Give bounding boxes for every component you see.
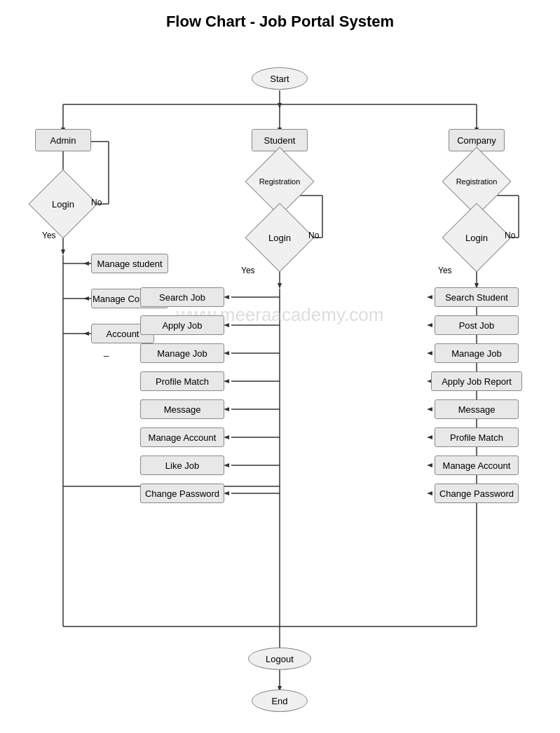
company-item-0: Search Student — [435, 287, 519, 307]
end-node: End — [252, 690, 308, 712]
company-item-2: Manage Job — [435, 343, 519, 363]
company-login-diamond: Login — [449, 210, 505, 266]
logout-node: Logout — [248, 648, 311, 670]
student-item-2: Manage Job — [140, 343, 224, 363]
company-item-0-label: Search Student — [445, 292, 508, 303]
student-item-3: Profile Match — [140, 371, 224, 391]
start-label: Start — [270, 74, 289, 84]
start-node: Start — [252, 67, 308, 90]
admin-login-label: Login — [52, 199, 74, 210]
company-item-6-label: Manage Account — [443, 460, 511, 471]
company-login-no: No — [505, 231, 515, 240]
company-login-yes: Yes — [438, 266, 452, 275]
company-item-3: Apply Job Report — [431, 371, 522, 391]
svg-marker-66 — [427, 295, 432, 299]
student-item-2-label: Manage Job — [157, 348, 207, 359]
svg-marker-58 — [224, 295, 229, 299]
admin-underscore: _ — [104, 346, 109, 357]
company-reg-diamond: Registration — [449, 153, 505, 210]
svg-marker-63 — [224, 435, 229, 439]
student-item-4: Message — [140, 399, 224, 419]
company-item-4: Message — [435, 399, 519, 419]
svg-marker-75 — [83, 296, 89, 301]
svg-marker-65 — [224, 491, 229, 495]
page-title: Flow Chart - Job Portal System — [0, 0, 560, 38]
admin-item-2-label: Account — [107, 329, 139, 339]
svg-marker-76 — [83, 331, 89, 336]
student-item-6-label: Like Job — [165, 460, 199, 471]
student-item-0: Search Job — [140, 287, 224, 307]
svg-marker-73 — [427, 491, 432, 495]
student-item-1-label: Apply Job — [162, 320, 202, 331]
svg-marker-74 — [83, 261, 89, 266]
student-item-5-label: Manage Account — [149, 432, 217, 443]
student-label: Student — [264, 135, 296, 146]
admin-node: Admin — [35, 129, 91, 151]
company-item-7-label: Change Password — [439, 488, 514, 499]
company-item-3-label: Apply Job Report — [442, 376, 512, 387]
student-item-0-label: Search Job — [159, 292, 205, 303]
admin-login-diamond: Login — [35, 176, 91, 232]
svg-marker-77 — [278, 103, 282, 109]
end-label: End — [271, 696, 287, 706]
svg-marker-60 — [224, 351, 229, 355]
svg-marker-23 — [278, 283, 282, 289]
admin-item-0: Manage student — [91, 254, 168, 273]
company-item-7: Change Password — [435, 484, 519, 503]
svg-marker-72 — [427, 463, 432, 467]
company-item-4-label: Message — [458, 404, 496, 415]
admin-login-yes: Yes — [42, 231, 56, 240]
svg-marker-62 — [224, 407, 229, 411]
svg-marker-70 — [427, 407, 432, 411]
student-item-1: Apply Job — [140, 315, 224, 335]
svg-marker-64 — [224, 463, 229, 467]
logout-label: Logout — [266, 654, 294, 664]
company-item-1: Post Job — [435, 315, 519, 335]
admin-label: Admin — [50, 135, 76, 146]
student-item-3-label: Profile Match — [156, 376, 209, 387]
student-item-5: Manage Account — [140, 427, 224, 447]
svg-marker-67 — [427, 323, 432, 327]
svg-marker-11 — [61, 249, 65, 255]
student-item-7-label: Change Password — [145, 488, 219, 499]
company-item-1-label: Post Job — [459, 320, 495, 331]
company-label: Company — [457, 135, 496, 146]
student-item-4-label: Message — [164, 404, 201, 415]
company-item-2-label: Manage Job — [451, 348, 502, 359]
student-login-yes: Yes — [241, 266, 255, 275]
admin-login-no: No — [91, 198, 102, 207]
company-login-label: Login — [465, 233, 488, 243]
company-item-6: Manage Account — [435, 455, 519, 475]
svg-marker-59 — [224, 323, 229, 327]
company-item-5: Profile Match — [435, 427, 519, 447]
student-item-7: Change Password — [140, 484, 224, 503]
student-item-6: Like Job — [140, 455, 224, 475]
svg-marker-61 — [224, 379, 229, 383]
company-item-5-label: Profile Match — [450, 432, 503, 443]
student-login-diamond: Login — [252, 210, 308, 266]
svg-marker-68 — [427, 351, 432, 355]
company-reg-label: Registration — [452, 177, 501, 186]
student-login-no: No — [308, 231, 319, 240]
student-reg-label: Registration — [255, 177, 304, 186]
student-login-label: Login — [268, 233, 291, 243]
svg-marker-71 — [427, 435, 432, 439]
student-reg-diamond: Registration — [252, 153, 308, 210]
admin-item-0-label: Manage student — [97, 259, 162, 269]
